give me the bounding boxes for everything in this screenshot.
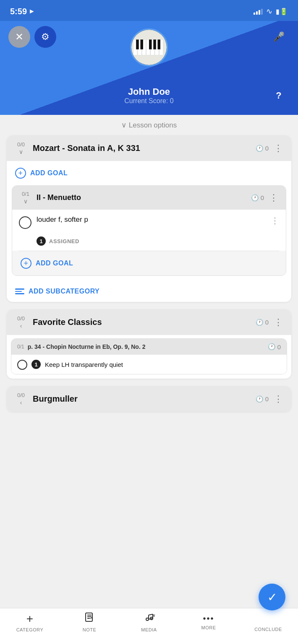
svg-rect-11: [153, 39, 156, 49]
svg-rect-9: [140, 39, 143, 49]
lesson-options-label: Lesson options: [129, 121, 177, 130]
battery-icon: ▮🔋: [276, 8, 288, 16]
chopin-assigned-count: 1: [31, 360, 41, 369]
category-header-favorites: 0/0 ‹ Favorite Classics 🕐 0 ⋮: [7, 309, 291, 335]
menuetto-score-label: 0/1 ∨: [18, 191, 33, 205]
favorites-score-label: 0/0 ‹: [13, 315, 29, 329]
add-goal-plus-icon: +: [15, 168, 26, 179]
burgmuller-time: 🕐 0: [256, 395, 269, 403]
mozart-meta: 🕐 0 ⋮: [256, 143, 285, 154]
mozart-time: 🕐 0: [256, 145, 269, 152]
mozart-score-label: 0/0 ∨: [13, 141, 29, 155]
add-goal-row-mozart[interactable]: + ADD GOAL: [7, 161, 291, 185]
clock-icon-chopin: 🕐: [268, 343, 276, 351]
add-goal-label-menuetto: ADD GOAL: [36, 260, 73, 267]
more-icon: •••: [203, 614, 214, 623]
bottom-nav: + CATEGORY NOTE ∨ MED: [0, 608, 298, 644]
add-subcategory-label: ADD SUBCATEGORY: [29, 288, 99, 295]
add-goal-row-menuetto[interactable]: + ADD GOAL: [12, 251, 286, 275]
menuetto-time: 🕐 0: [251, 194, 264, 202]
favorites-fraction: 0/0: [17, 315, 25, 322]
svg-rect-8: [136, 39, 139, 49]
clock-icon-menuetto: 🕐: [251, 194, 259, 202]
close-button[interactable]: ✕: [8, 26, 30, 48]
burgmuller-time-value: 0: [265, 395, 269, 402]
nav-item-conclude[interactable]: CONCLUDE: [238, 613, 298, 632]
chopin-goal-checkbox[interactable]: [17, 360, 27, 370]
goal-louder-more-button[interactable]: ⋮: [271, 216, 279, 226]
goal-chopin: 1 Keep LH transparently quiet: [11, 355, 287, 374]
header-top-row: ✕ ⚙: [8, 26, 290, 48]
category-card-mozart: 0/0 ∨ Mozart - Sonata in A, K 331 🕐 0 ⋮ …: [7, 135, 291, 302]
assigned-label: ASSIGNED: [49, 238, 79, 244]
chopin-fraction: 0/1: [17, 344, 24, 350]
conclude-label: CONCLUDE: [254, 627, 282, 632]
microphone-icon: 🎤: [273, 31, 285, 42]
burgmuller-title: Burgmuller: [33, 394, 251, 404]
burgmuller-more-button[interactable]: ⋮: [272, 394, 285, 405]
burgmuller-score-label: 0/0 ‹: [13, 392, 29, 406]
favorites-more-button[interactable]: ⋮: [272, 317, 285, 328]
avatar-image: [131, 29, 167, 66]
menuetto-more-button[interactable]: ⋮: [267, 192, 280, 203]
add-subcategory-row[interactable]: ADD SUBCATEGORY: [7, 281, 291, 302]
nav-item-category[interactable]: + CATEGORY: [0, 612, 60, 632]
svg-rect-12: [158, 39, 161, 49]
chevron-down-icon: ∨: [121, 121, 126, 130]
category-header-mozart: 0/0 ∨ Mozart - Sonata in A, K 331 🕐 0 ⋮: [7, 135, 291, 161]
chopin-time-value: 0: [277, 343, 281, 351]
time-display: 5:59: [10, 7, 27, 16]
media-label: MEDIA: [141, 627, 157, 632]
assigned-row-louder: 1 ASSIGNED: [12, 235, 286, 251]
nav-item-media[interactable]: ∨ MEDIA: [119, 612, 179, 632]
goal-louder-text: louder f, softer p: [37, 216, 266, 224]
user-name: John Doe: [124, 86, 173, 97]
favorites-meta: 🕐 0 ⋮: [256, 317, 285, 328]
clock-icon-burgmuller: 🕐: [256, 395, 264, 403]
svg-rect-10: [149, 39, 152, 49]
mozart-time-value: 0: [265, 145, 269, 152]
chopin-time: 🕐 0: [268, 343, 281, 351]
header-left-buttons: ✕ ⚙: [8, 26, 56, 48]
chopin-title: p. 34 - Chopin Nocturne in Eb, Op. 9, No…: [28, 343, 264, 350]
gear-icon: ⚙: [41, 31, 50, 42]
avatar: [130, 29, 168, 66]
menuetto-meta: 🕐 0 ⋮: [251, 192, 280, 203]
question-icon: ?: [276, 90, 281, 101]
category-card-favorites: 0/0 ‹ Favorite Classics 🕐 0 ⋮ 0/1 p. 34 …: [7, 309, 291, 379]
mozart-chevron-icon: ∨: [19, 148, 23, 155]
burgmuller-fraction: 0/0: [17, 392, 25, 398]
favorites-time-value: 0: [265, 319, 269, 326]
lines-icon: [15, 288, 24, 294]
favorites-chevron-icon: ‹: [20, 322, 22, 329]
add-goal-plus-icon-menuetto: +: [21, 258, 31, 269]
goal-louder: louder f, softer p ⋮: [12, 210, 286, 235]
mozart-title: Mozart - Sonata in A, K 331: [33, 143, 251, 153]
menuetto-title: II - Menuetto: [37, 193, 248, 202]
note-icon: [84, 612, 95, 626]
microphone-button[interactable]: 🎤: [268, 26, 290, 48]
lesson-options-row[interactable]: ∨ Lesson options: [0, 115, 298, 135]
user-score: Current Score: 0: [124, 97, 173, 105]
avatar-container: [130, 29, 168, 66]
subcategory-menuetto: 0/1 ∨ II - Menuetto 🕐 0 ⋮ louder f, soft…: [12, 185, 286, 276]
help-button[interactable]: ?: [268, 85, 290, 106]
nav-item-more[interactable]: ••• MORE: [179, 614, 238, 630]
chopin-goal-text: Keep LH transparently quiet: [45, 361, 123, 368]
clock-icon: 🕐: [256, 145, 264, 152]
category-header-burgmuller: 0/0 ‹ Burgmuller 🕐 0 ⋮: [7, 386, 291, 412]
menuetto-fraction: 0/1: [22, 191, 29, 197]
menuetto-chevron-icon: ∨: [24, 198, 28, 205]
mozart-fraction: 0/0: [17, 141, 25, 148]
category-card-burgmuller: 0/0 ‹ Burgmuller 🕐 0 ⋮: [7, 386, 291, 412]
nav-item-note[interactable]: NOTE: [60, 612, 119, 632]
conclude-fab[interactable]: ✓: [259, 584, 285, 610]
user-info: John Doe Current Score: 0: [124, 86, 173, 105]
settings-button[interactable]: ⚙: [34, 26, 56, 48]
goal-checkbox-louder[interactable]: [19, 216, 31, 229]
category-label: CATEGORY: [16, 627, 44, 632]
status-icons: ∿ ▮🔋: [254, 7, 288, 16]
status-time: 5:59 ►: [10, 7, 35, 16]
add-goal-label: ADD GOAL: [30, 169, 68, 177]
mozart-more-button[interactable]: ⋮: [272, 143, 285, 154]
